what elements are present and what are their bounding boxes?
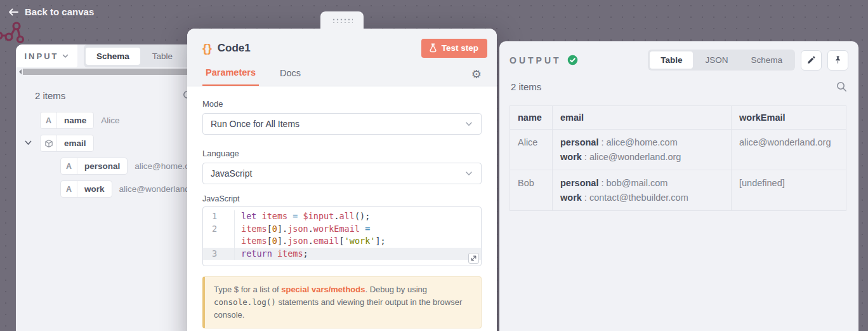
string-type-icon: A <box>41 112 57 128</box>
string-type-icon: A <box>61 181 77 197</box>
column-header-name[interactable]: name <box>510 106 553 130</box>
expand-editor-button[interactable] <box>468 253 479 264</box>
kv-value: bob@mail.com <box>607 178 668 188</box>
node-details-modal: {} Code1 Test step Parameters Docs ⚙ Mod… <box>187 29 497 331</box>
pin-icon <box>833 55 843 65</box>
output-items-count: 2 items <box>511 81 541 92</box>
output-data-table: name email workEmail Alice personal : al… <box>510 105 846 211</box>
code-editor-lines: 1let items = $input.all();2items[0].json… <box>203 210 481 260</box>
collapse-chevron-icon[interactable] <box>24 138 32 147</box>
kv-value: contact@thebuilder.com <box>589 193 688 203</box>
column-header-email[interactable]: email <box>553 106 732 130</box>
output-search-icon[interactable] <box>836 81 847 92</box>
code-editor-label: JavaScript <box>202 194 482 203</box>
editor-hint-callout: Type $ for a list of special vars/method… <box>202 276 482 328</box>
back-arrow-icon <box>8 7 19 17</box>
language-select[interactable]: JavaScript <box>202 163 482 184</box>
special-vars-link[interactable]: special vars/methods <box>281 285 365 294</box>
expand-icon <box>470 255 477 262</box>
tab-parameters[interactable]: Parameters <box>202 67 259 86</box>
output-tab-json[interactable]: JSON <box>694 51 739 69</box>
cell-workemail-undefined: [undefined] <box>732 170 846 211</box>
line-number: 3 <box>203 248 235 260</box>
schema-key-label: email <box>57 135 93 151</box>
back-to-canvas-label: Back to canvas <box>25 6 94 17</box>
column-header-workemail[interactable]: workEmail <box>732 106 846 130</box>
mode-select[interactable]: Run Once for All Items <box>202 113 482 135</box>
edit-output-button[interactable] <box>801 50 822 71</box>
output-view-tabs: Table JSON Schema <box>648 50 795 71</box>
test-step-button[interactable]: Test step <box>421 39 487 58</box>
tab-docs[interactable]: Docs <box>277 68 304 85</box>
test-step-label: Test step <box>442 43 478 53</box>
hint-code-snippet: console.log() <box>214 297 276 307</box>
code-node-icon: {} <box>202 41 212 55</box>
output-panel: OUTPUT Table JSON Schema 2 items name em… <box>499 41 858 331</box>
modal-header: {} Code1 Test step Parameters Docs ⚙ <box>187 29 497 86</box>
cell-email: personal : alice@home.com work : alice@w… <box>553 130 732 170</box>
cell-email: personal : bob@mail.com work : contact@t… <box>553 170 732 211</box>
modal-drag-handle[interactable] <box>320 11 364 29</box>
schema-key-pill-email[interactable]: email <box>40 135 94 152</box>
code-line[interactable]: 3return items; <box>203 248 481 260</box>
workflow-logo-icon <box>0 20 33 46</box>
code-line[interactable]: 1let items = $input.all(); <box>203 210 481 223</box>
input-source-dropdown[interactable]: INPUT <box>16 44 77 67</box>
code-text: items[0].json.email['work']; <box>235 235 386 248</box>
chevron-down-icon <box>62 52 69 60</box>
string-type-icon: A <box>61 158 77 174</box>
schema-key-label: personal <box>77 158 127 174</box>
node-title[interactable]: Code1 <box>218 42 251 55</box>
object-type-icon <box>41 135 57 151</box>
language-field-label: Language <box>202 149 482 158</box>
input-tab-schema[interactable]: Schema <box>86 48 140 65</box>
code-text: items[0].json.workEmail = <box>235 223 370 236</box>
back-to-canvas-button[interactable]: Back to canvas <box>8 6 94 17</box>
code-text: return items; <box>235 248 308 260</box>
line-number <box>203 235 235 248</box>
kv-key: personal <box>560 178 598 188</box>
cell-name: Bob <box>510 170 553 211</box>
node-settings-gear-icon[interactable]: ⚙ <box>471 69 482 85</box>
chevron-down-icon <box>464 119 473 128</box>
kv-key: personal <box>560 137 598 147</box>
code-line[interactable]: items[0].json.email['work']; <box>203 235 481 248</box>
flask-icon <box>429 43 437 53</box>
hint-text: . Debug by using <box>365 285 427 294</box>
table-header-row: name email workEmail <box>510 106 846 130</box>
code-editor[interactable]: 1let items = $input.all();2items[0].json… <box>202 206 482 266</box>
language-selected-value: JavaScript <box>211 168 252 179</box>
parameters-pane: Mode Run Once for All Items Language Jav… <box>187 86 497 331</box>
input-tab-table[interactable]: Table <box>141 48 183 65</box>
cell-workemail: alice@wonderland.org <box>732 130 846 170</box>
schema-key-pill-personal[interactable]: A personal <box>60 158 128 175</box>
success-check-icon <box>567 55 578 65</box>
output-panel-title: OUTPUT <box>510 55 562 65</box>
line-number: 2 <box>203 223 235 236</box>
drag-dots-icon <box>331 17 353 23</box>
table-row[interactable]: Bob personal : bob@mail.com work : conta… <box>510 170 846 211</box>
code-line[interactable]: 2items[0].json.workEmail = <box>203 223 481 236</box>
table-row[interactable]: Alice personal : alice@home.com work : a… <box>510 130 846 170</box>
cell-name: Alice <box>510 130 553 170</box>
schema-value: Alice <box>101 116 119 125</box>
kv-value: alice@wonderland.org <box>589 152 681 162</box>
mode-selected-value: Run Once for All Items <box>211 119 299 129</box>
kv-key: work <box>560 193 582 203</box>
input-panel-title: INPUT <box>25 51 59 61</box>
hint-text: Type $ for a list of <box>214 285 281 294</box>
chevron-down-icon <box>464 169 473 178</box>
output-tab-schema[interactable]: Schema <box>740 51 793 69</box>
pin-data-button[interactable] <box>827 50 848 71</box>
kv-value: alice@home.com <box>607 137 678 147</box>
code-text: let items = $input.all(); <box>235 210 370 223</box>
mode-field-label: Mode <box>202 99 482 109</box>
scroll-left-arrow-icon <box>16 69 22 74</box>
input-items-count: 2 items <box>35 90 65 101</box>
line-number: 1 <box>203 210 235 223</box>
pencil-icon <box>806 55 816 65</box>
schema-key-pill-name[interactable]: A name <box>40 112 94 129</box>
output-tab-table[interactable]: Table <box>650 51 693 69</box>
schema-key-pill-work[interactable]: A work <box>60 180 112 198</box>
schema-key-label: name <box>57 112 93 128</box>
